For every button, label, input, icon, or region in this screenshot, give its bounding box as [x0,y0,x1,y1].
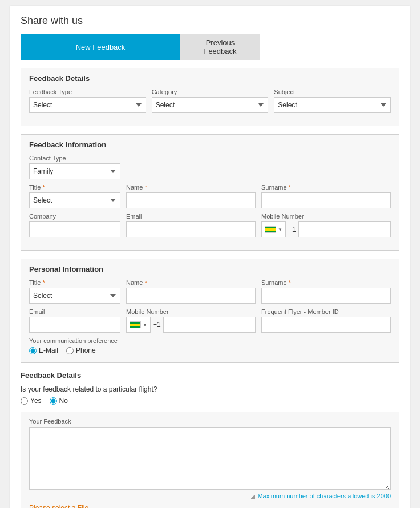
fi-flag-icon [265,226,276,233]
pi-mobile-input[interactable] [163,317,256,333]
fi-surname-group: Surname * [261,184,391,208]
fi-mobile-input[interactable] [298,221,391,237]
fi-mobile-label: Mobile Number [261,213,391,220]
pi-title-label: Title * [29,279,120,286]
pi-surname-label: Surname * [261,279,391,286]
page-title: Share with us [21,15,399,27]
personal-information-section: Personal Information Title * Select Name… [21,259,399,363]
comm-pref-label: Your communication preference [29,337,391,344]
fi-name-input[interactable] [126,192,256,208]
comm-email-option[interactable]: E-Mail [29,346,58,354]
file-section: Please select a File ?Choose File? [29,504,391,508]
fi-flag-arrow-icon: ▼ [278,227,282,232]
flight-question-text: Is your feedback related to a particular… [21,385,399,393]
fi-email-input[interactable] [126,221,256,237]
personal-information-title: Personal Information [29,265,391,273]
pi-email-mobile-ff-row: Email Mobile Number ▼ +1 Frequent Flyer … [29,308,391,333]
subject-select[interactable]: Select [274,97,391,113]
flight-no-option[interactable]: No [50,397,68,405]
category-group: Category Select [152,88,269,113]
pi-ff-label: Frequent Flyer - Member ID [261,308,391,315]
feedback-textarea-label: Your Feedback [29,418,391,425]
fi-company-email-mobile-row: Company Email Mobile Number ▼ +1 [29,213,391,237]
feedback-details-bottom-section: Feedback Details Is your feedback relate… [21,371,399,508]
flight-yes-label: Yes [30,397,42,405]
pi-title-select[interactable]: Select [29,288,120,304]
file-link[interactable]: Please select a File [29,504,391,508]
fi-mobile-group: Mobile Number ▼ +1 [261,213,391,237]
pi-email-label: Email [29,308,120,315]
fi-title-group: Title * Select [29,184,120,208]
feedback-information-section: Feedback Information Contact Type Family… [21,134,399,251]
feedback-type-select[interactable]: Select [29,97,146,113]
feedback-type-label: Feedback Type [29,88,146,95]
fi-company-input[interactable] [29,221,120,237]
feedback-textarea[interactable] [29,427,391,490]
pi-mobile-field: ▼ +1 [126,317,256,333]
flight-no-label: No [59,397,68,405]
pi-name-input[interactable] [126,288,256,304]
pi-mobile-flag-dropdown[interactable]: ▼ [126,317,151,333]
fi-email-group: Email [126,213,256,237]
feedback-textarea-box: Your Feedback ◢ Maximum number of charac… [21,412,399,508]
feedback-type-group: Feedback Type Select [29,88,146,113]
comm-email-label: E-Mail [39,346,58,354]
fi-mobile-plus: +1 [288,225,296,233]
resize-icon: ◢ [251,493,255,499]
pi-flag-icon [130,321,141,328]
contact-type-group: Contact Type Family [29,155,120,179]
comm-phone-option[interactable]: Phone [66,346,96,354]
pi-flag-arrow-icon: ▼ [143,322,147,328]
comm-email-radio[interactable] [29,347,37,354]
comm-phone-radio[interactable] [66,347,74,354]
pi-surname-group: Surname * [261,279,391,304]
tab-previous-feedback[interactable]: Previous Feedback [180,34,260,60]
feedback-details-top-title: Feedback Details [29,74,391,83]
fi-surname-label: Surname * [261,184,391,191]
subject-group: Subject Select [274,88,391,113]
pi-name-group: Name * [126,279,256,304]
tab-new-feedback[interactable]: New Feedback [21,34,180,60]
fi-surname-input[interactable] [261,192,391,208]
comm-phone-label: Phone [76,346,96,354]
pi-ff-group: Frequent Flyer - Member ID [261,308,391,333]
pi-surname-input[interactable] [261,288,391,304]
fi-company-label: Company [29,213,120,220]
pi-email-group: Email [29,308,120,333]
char-limit-text: Maximum number of characters allowed is … [257,493,391,499]
pi-mobile-label: Mobile Number [126,308,256,315]
fi-email-label: Email [126,213,256,220]
fi-title-select[interactable]: Select [29,192,120,208]
fi-mobile-flag-dropdown[interactable]: ▼ [261,221,286,237]
flight-no-radio[interactable] [50,397,57,405]
pi-mobile-group: Mobile Number ▼ +1 [126,308,256,333]
pi-ff-input[interactable] [261,317,391,333]
subject-label: Subject [274,88,391,95]
feedback-details-fields-row: Feedback Type Select Category Select Sub… [29,88,391,113]
fi-title-name-row: Title * Select Name * Surname * [29,184,391,208]
fi-mobile-field: ▼ +1 [261,221,391,237]
pi-mobile-plus: +1 [153,321,161,329]
char-limit-row: ◢ Maximum number of characters allowed i… [29,493,391,499]
flight-yes-radio[interactable] [21,397,28,405]
fi-company-group: Company [29,213,120,237]
tabs-bar: New Feedback Previous Feedback [21,34,399,60]
fi-title-label: Title * [29,184,120,191]
category-select[interactable]: Select [152,97,269,113]
pi-email-input[interactable] [29,317,120,333]
pi-title-name-row: Title * Select Name * Surname * [29,279,391,304]
comm-pref-group: Your communication preference E-Mail Pho… [29,337,391,354]
feedback-details-top-section: Feedback Details Feedback Type Select Ca… [21,68,399,126]
category-label: Category [152,88,269,95]
pi-name-label: Name * [126,279,256,286]
flight-radios: Yes No [21,397,399,405]
contact-type-select[interactable]: Family [29,163,120,179]
flight-yes-option[interactable]: Yes [21,397,42,405]
feedback-information-title: Feedback Information [29,140,391,149]
fi-name-label: Name * [126,184,256,191]
feedback-details-bottom-title: Feedback Details [21,371,399,380]
comm-pref-radios: E-Mail Phone [29,346,391,354]
pi-title-group: Title * Select [29,279,120,304]
contact-type-label: Contact Type [29,155,120,162]
page-container: Share with us New Feedback Previous Feed… [10,6,410,508]
